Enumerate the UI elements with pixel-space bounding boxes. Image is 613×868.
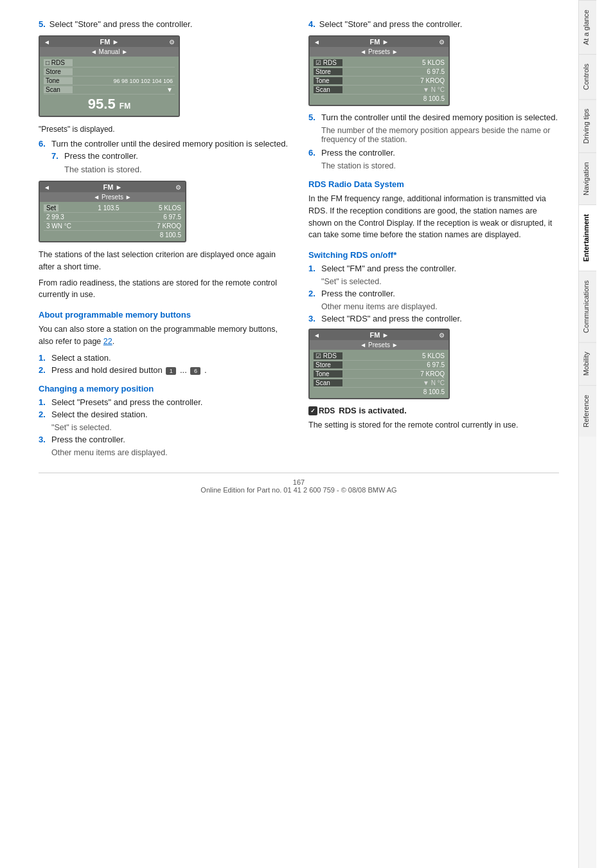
sw-step-1-num: 1. [308,264,317,273]
two-column-layout: 5. Select "Store" and press the controll… [39,19,559,460]
sidebar-tab-entertainment[interactable]: Entertainment [579,204,596,271]
about-heading: About programmable memory buttons [39,310,289,320]
right-step-6-text: Press the controller. [321,148,395,158]
fm-station-8: 8 100.5 [160,231,181,239]
sw-step-2-num: 2. [308,289,317,298]
fm-store-label: Store [44,68,73,75]
fm-header4-arrow: ◄ [314,332,320,339]
changing-step-3-text: Press the controller. [51,435,125,444]
sidebar-tab-reference[interactable]: Reference [579,385,596,437]
right-step-5-sub: The number of the memory position appear… [308,126,559,144]
changing-step-2-text: Select the desired station. [51,410,148,419]
fm-r4-975: 6 97.5 [427,361,445,368]
step-4-num: 4. [308,19,315,29]
fm-r4-klos: 5 KLOS [422,352,445,359]
para-radio-readiness: From radio readiness, the stations are s… [39,277,289,302]
left-column: 5. Select "Store" and press the controll… [39,19,289,460]
step-5-text: Select "Store" and press the controller. [49,19,192,29]
fm-subheader-manual: ◄ Manual ► [40,47,179,57]
rds-activated-text: RDS is activated. [339,406,407,415]
fm-r4-scan-val: ▼ N °C [423,379,445,386]
changing-step-1-num: 1. [39,397,48,407]
fm-row-rds: □ RDS [44,59,175,68]
switching-heading: Switching RDS on/off* [308,250,559,260]
fm-row-4: 8 100.5 [44,231,181,239]
fm-r3-scan-label: Scan [314,86,342,93]
rds-stored-text: The setting is stored for the remote con… [308,419,559,431]
fm-header-2: ◄ FM ► ⚙ [40,182,185,192]
sidebar-tab-controls[interactable]: Controls [579,54,596,99]
fm-r4-scan: Scan ▼ N °C [314,379,445,388]
page-footer: 167 Online Edition for Part no. 01 41 2 … [39,473,559,494]
fm-body-3: ☑ RDS 5 KLOS Store 6 97.5 Tone 7 KROQ Sc… [310,57,449,105]
step-7-text: Press the controller. [64,151,138,161]
right-step-6: 6. Press the controller. The station is … [308,148,559,170]
about-steps: 1. Select a station. 2. Press and hold d… [39,353,289,375]
sidebar-tab-at-a-glance[interactable]: At a glance [579,0,596,54]
right-step-5: 5. Turn the controller until the desired… [308,113,559,144]
step-6: 6. Turn the controller until the desired… [39,139,289,149]
fm-r3-klos: 5 KLOS [422,59,445,66]
about-step-2-text: Press and hold desired button 1 ... 6 . [51,365,207,375]
sidebar-tab-communications[interactable]: Communications [579,271,596,342]
changing-step-3-sub: Other menu items are displayed. [39,448,289,457]
fm-station-7: 7 KROQ [157,222,181,230]
sidebar-tabs: At a glance Controls Driving tips Naviga… [578,0,596,868]
fm-row-scan: Scan ▼ [44,86,175,95]
sidebar-tab-mobility[interactable]: Mobility [579,342,596,384]
about-step-1: 1. Select a station. [39,353,289,363]
step-6-num: 6. [39,139,48,149]
fm-row-3: 3 WN °C 7 KROQ [44,222,181,231]
changing-step-2: 2. Select the desired station. "Set" is … [39,410,289,432]
fm-big-freq: 95.5 FM [44,95,175,114]
about-step-1-text: Select a station. [51,353,111,363]
fm-r3-1005: 8 100.5 [314,95,445,103]
fm-header2-icon: ⚙ [175,184,181,191]
right-column: 4. Select "Store" and press the controll… [308,19,559,460]
fm-r3-store: Store 6 97.5 [314,68,445,77]
fm-label-2: FM ► [103,183,123,191]
right-step-5-text: Turn the controller until the desired me… [321,113,558,122]
fm-r3-kroq: 7 KROQ [420,77,445,84]
fm-r3-scan: Scan ▼ N °C [314,86,445,95]
fm-r4-rds: ☑ RDS 5 KLOS [314,352,445,361]
fm-display-manual: ◄ FM ► ⚙ ◄ Manual ► □ RDS Store Tone [39,35,180,117]
sw-step-3-text: Select "RDS" and press the controller. [321,314,462,323]
fm-body-4: ☑ RDS 5 KLOS Store 6 97.5 Tone 7 KROQ Sc… [310,350,449,398]
fm-r3-rds-label: ☑ RDS [314,59,342,66]
fm-r4-kroq: 7 KROQ [420,370,445,377]
page-link-22[interactable]: 22 [103,337,112,346]
changing-step-3: 3. Press the controller. Other menu item… [39,435,289,457]
fm-row-tone: Tone 96 98 100 102 104 106 [44,77,175,86]
right-step-6-sub: The station is stored. [308,161,559,170]
fm-r4-scan-label: Scan [314,379,342,386]
para-last-selection: The stations of the last selection crite… [39,249,289,273]
step-7-subtext: The station is stored. [51,165,289,174]
fm-row-store: Store [44,68,175,77]
fm-scan-label: Scan [44,86,73,93]
sidebar-tab-navigation[interactable]: Navigation [579,152,596,204]
rds-para: In the FM frequency range, additional in… [308,193,559,241]
fm-set-station5: 5 KLOS [159,204,181,212]
step-4-right: 4. Select "Store" and press the controll… [308,19,559,29]
fm-label-3: FM ► [370,38,389,46]
fm-station-6: 6 97.5 [163,213,181,221]
fm-r4-store: Store 6 97.5 [314,361,445,370]
fm-header-3: ◄ FM ► ⚙ [310,37,449,47]
steps-6-7: 6. Turn the controller until the desired… [39,139,289,174]
sidebar-tab-driving-tips[interactable]: Driving tips [579,99,596,152]
fm-freq-2: 2 99.3 [44,213,64,221]
about-step-1-num: 1. [39,353,48,363]
fm-r3-rds: ☑ RDS 5 KLOS [314,59,445,68]
fm-label-4: FM ► [370,331,389,339]
sw-step-3-num: 3. [308,314,317,323]
fm-tone-val: 96 98 100 102 104 106 [111,78,175,84]
step-6-text: Turn the controller until the desired me… [51,139,288,149]
changing-step-1: 1. Select "Presets" and press the contro… [39,397,289,407]
sw-step-1-sub: "Set" is selected. [308,277,559,286]
step-7: 7. Press the controller. The station is … [39,151,289,174]
fm-set-label: Set [44,204,58,212]
fm-subheader-4: ◄ Presets ► [310,340,449,350]
right-step-6-num: 6. [308,148,317,158]
fm-r4-store-label: Store [314,361,342,368]
